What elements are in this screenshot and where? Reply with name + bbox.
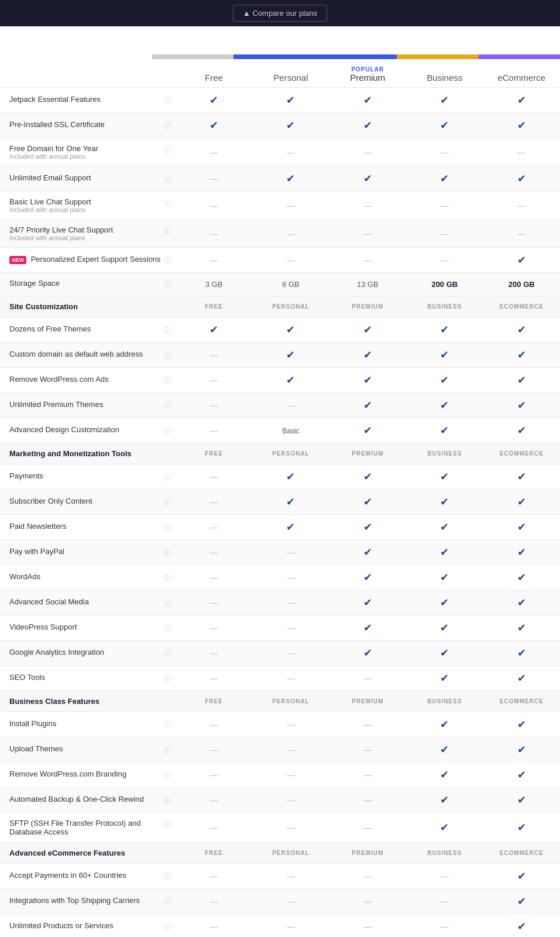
- info-icon[interactable]: ⓘ: [164, 256, 171, 266]
- plan-header-free: Free: [176, 59, 252, 88]
- info-icon[interactable]: ⓘ: [164, 674, 171, 684]
- feature-row: Unlimited Premium Themes ⓘ ——✔✔✔: [0, 393, 560, 418]
- info-icon[interactable]: ⓘ: [164, 720, 171, 730]
- feature-row: Remove WordPress.com Branding ⓘ ———✔✔: [0, 762, 560, 788]
- personal-color-bar: [233, 54, 315, 59]
- feature-row: Advanced Social Media ⓘ ——✔✔✔: [0, 590, 560, 615]
- info-icon[interactable]: ⓘ: [164, 498, 171, 508]
- info-icon[interactable]: ⓘ: [164, 121, 171, 131]
- feature-cell: Remove WordPress.com Ads ⓘ: [9, 375, 171, 386]
- feature-cell: Automated Backup & One-Click Rewind ⓘ: [9, 795, 171, 806]
- info-icon[interactable]: ⓘ: [164, 897, 171, 907]
- free-color-bar: [152, 54, 233, 59]
- popular-label: POPULAR: [334, 66, 401, 73]
- feature-cell: Storage Space ⓘ: [9, 279, 171, 290]
- feature-name: Personalized Expert Support Sessions: [31, 255, 161, 264]
- compare-plans-button[interactable]: ▲ Compare our plans: [233, 5, 327, 22]
- section-header-business-class: Business Class Features FREE PERSONAL PR…: [0, 691, 560, 712]
- plan-color-bars: [152, 54, 560, 59]
- feature-name: Advanced Social Media: [9, 597, 89, 606]
- feature-row: Install Plugins ⓘ ———✔✔: [0, 712, 560, 737]
- feature-cell: Custom domain as default web address ⓘ: [9, 350, 171, 361]
- plan-header-business: Business: [406, 59, 483, 88]
- info-icon[interactable]: ⓘ: [164, 376, 171, 386]
- plan-header-premium: POPULAR Premium: [329, 59, 406, 88]
- feature-sub: Included with annual plans: [9, 234, 113, 241]
- feature-row: Storage Space ⓘ 3 GB6 GB13 GB200 GB200 G…: [0, 273, 560, 296]
- feature-cell: Google Analytics Integration ⓘ: [9, 648, 171, 659]
- feature-row: Subscriber Only Content ⓘ —✔✔✔✔: [0, 490, 560, 515]
- feature-name: Payments: [9, 471, 43, 480]
- feature-row: Free Domain for One Year Included with a…: [0, 138, 560, 166]
- info-icon[interactable]: ⓘ: [164, 280, 171, 290]
- feature-row: Unlimited Email Support ⓘ —✔✔✔✔: [0, 166, 560, 191]
- plan-header-personal: Personal: [252, 59, 329, 88]
- plan-header-ecommerce: eCommerce: [483, 59, 560, 88]
- feature-name: Pre-Installed SSL Certificate: [9, 120, 105, 129]
- feature-name: Automated Backup & One-Click Rewind: [9, 795, 144, 803]
- section-header-site-customization: Site Customization FREE PERSONAL PREMIUM…: [0, 296, 560, 317]
- feature-row: NEW Personalized Expert Support Sessions…: [0, 248, 560, 273]
- feature-cell: SFTP (SSH File Transfer Protocol) and Da…: [9, 819, 171, 836]
- feature-cell: Dozens of Free Themes ⓘ: [9, 324, 171, 336]
- feature-row: Pre-Installed SSL Certificate ⓘ ✔✔✔✔✔: [0, 113, 560, 138]
- feature-cell: Unlimited Email Support ⓘ: [9, 173, 171, 184]
- feature-name: Jetpack Essential Features: [9, 95, 101, 104]
- feature-name: Accept Payments in 60+ Countries: [9, 871, 126, 880]
- feature-row: Custom domain as default web address ⓘ —…: [0, 343, 560, 368]
- info-icon[interactable]: ⓘ: [164, 227, 171, 237]
- feature-row: Advanced Design Customization ⓘ —Basic✔✔…: [0, 418, 560, 443]
- feature-sub: Included with annual plans: [9, 153, 98, 160]
- info-icon[interactable]: ⓘ: [164, 922, 171, 932]
- info-icon[interactable]: ⓘ: [164, 649, 171, 659]
- feature-cell: Free Domain for One Year Included with a…: [9, 144, 171, 160]
- feature-name: Install Plugins: [9, 719, 56, 728]
- info-icon[interactable]: ⓘ: [164, 872, 171, 882]
- info-icon[interactable]: ⓘ: [164, 820, 171, 830]
- feature-name: Integrations with Top Shipping Carriers: [9, 896, 140, 905]
- feature-cell: Jetpack Essential Features ⓘ: [9, 95, 171, 106]
- info-icon[interactable]: ⓘ: [164, 548, 171, 558]
- feature-cell: Payments ⓘ: [9, 471, 171, 483]
- info-icon[interactable]: ⓘ: [164, 523, 171, 533]
- feature-name: Dozens of Free Themes: [9, 324, 91, 333]
- feature-name: Remove WordPress.com Ads: [9, 375, 109, 384]
- info-icon[interactable]: ⓘ: [164, 771, 171, 781]
- info-icon[interactable]: ⓘ: [164, 599, 171, 608]
- feature-row: Remove WordPress.com Ads ⓘ —✔✔✔✔: [0, 368, 560, 393]
- info-icon[interactable]: ⓘ: [164, 401, 171, 411]
- info-icon[interactable]: ⓘ: [164, 199, 171, 208]
- feature-row: Automated Backup & One-Click Rewind ⓘ ——…: [0, 788, 560, 813]
- feature-cell: Unlimited Products or Services ⓘ: [9, 921, 171, 932]
- feature-row: SFTP (SSH File Transfer Protocol) and Da…: [0, 813, 560, 843]
- info-icon[interactable]: ⓘ: [164, 573, 171, 583]
- feature-name: Advanced Design Customization: [9, 425, 119, 434]
- section-header-marketing: Marketing and Monetization Tools FREE PE…: [0, 443, 560, 464]
- info-icon[interactable]: ⓘ: [164, 473, 171, 483]
- info-icon[interactable]: ⓘ: [164, 624, 171, 634]
- feature-row: WordAds ⓘ ——✔✔✔: [0, 565, 560, 590]
- info-icon[interactable]: ⓘ: [164, 426, 171, 436]
- section-header-ecommerce-features: Advanced eCommerce Features FREE PERSONA…: [0, 843, 560, 864]
- info-icon[interactable]: ⓘ: [164, 175, 171, 184]
- business-color-bar: [397, 54, 478, 59]
- info-icon[interactable]: ⓘ: [164, 746, 171, 755]
- feature-name: Remove WordPress.com Branding: [9, 770, 126, 778]
- plan-personal-label: Personal: [273, 73, 308, 83]
- feature-name: Basic Live Chat Support: [9, 197, 91, 206]
- info-icon[interactable]: ⓘ: [164, 351, 171, 361]
- info-icon[interactable]: ⓘ: [164, 96, 171, 106]
- info-icon[interactable]: ⓘ: [164, 326, 171, 336]
- feature-row: Google Analytics Integration ⓘ ——✔✔✔: [0, 641, 560, 666]
- comparison-table: Free Personal POPULAR Premium Business e…: [0, 59, 560, 937]
- plan-header-row: Free Personal POPULAR Premium Business e…: [0, 59, 560, 88]
- new-badge: NEW: [9, 256, 26, 264]
- info-icon[interactable]: ⓘ: [164, 145, 171, 155]
- feature-name: Custom domain as default web address: [9, 350, 143, 358]
- feature-name: 24/7 Priority Live Chat Support: [9, 225, 113, 234]
- feature-name: SFTP (SSH File Transfer Protocol) and Da…: [9, 819, 140, 836]
- feature-name: Unlimited Email Support: [9, 173, 91, 182]
- feature-row: 24/7 Priority Live Chat Support Included…: [0, 220, 560, 248]
- info-icon[interactable]: ⓘ: [164, 796, 171, 806]
- feature-name: Paid Newsletters: [9, 522, 67, 531]
